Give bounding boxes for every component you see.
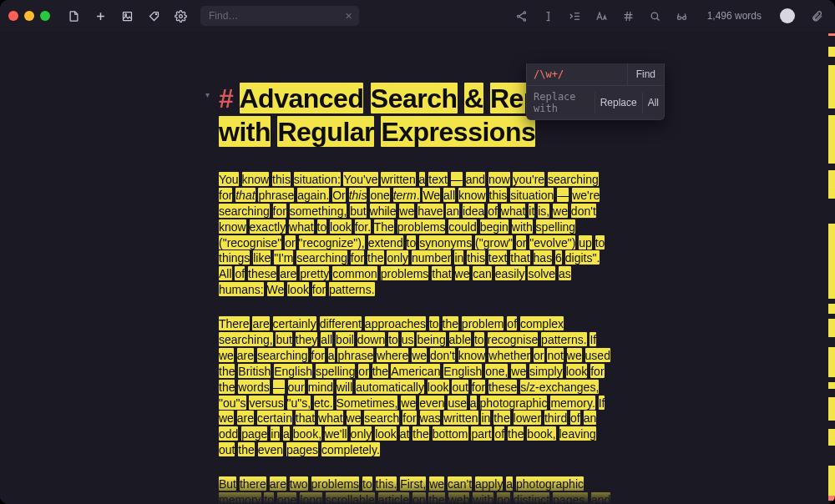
highlighted-word: — [451, 172, 463, 186]
highlighted-word: like [253, 250, 271, 265]
replace-all-button[interactable]: All [642, 92, 664, 113]
find-pattern-input[interactable]: /\w+/ [527, 63, 627, 85]
highlighted-word: we [399, 204, 414, 218]
highlighted-word: to [429, 316, 439, 330]
user-avatar[interactable] [780, 8, 795, 23]
highlighted-word: look [287, 282, 309, 296]
highlighted-word: written [381, 172, 415, 186]
replace-input[interactable]: Replace with [527, 86, 595, 119]
highlighted-word: whether [488, 348, 530, 362]
highlighted-word: term. [393, 188, 420, 202]
svg-line-16 [626, 11, 627, 20]
text-cursor-icon[interactable] [539, 6, 559, 26]
highlighted-word: the [238, 442, 254, 456]
highlighted-word: to [388, 332, 398, 346]
highlighted-word: or [516, 235, 526, 249]
highlighted-word: only [351, 426, 372, 441]
highlighted-word: the [219, 364, 235, 378]
global-search[interactable]: ✕ [200, 6, 359, 26]
highlighted-word: one, [485, 364, 508, 378]
scroll-hit [828, 304, 835, 314]
highlighted-word: look [428, 380, 449, 394]
highlighted-word: If [590, 332, 596, 346]
highlighted-word: two [290, 476, 308, 491]
scroll-hit [828, 33, 835, 36]
maximize-window-button[interactable] [40, 11, 50, 21]
highlighted-word: a [470, 396, 477, 410]
highlighted-word: to [264, 492, 274, 504]
highlighted-word: "recognize"), [299, 235, 365, 249]
highlighted-word: used [585, 348, 610, 362]
highlighted-word: words [238, 380, 269, 394]
highlighted-word: out [219, 442, 235, 456]
tag-icon[interactable] [144, 6, 164, 26]
highlighted-word: searching [219, 204, 270, 218]
replace-button[interactable]: Replace [595, 92, 642, 113]
grid-icon[interactable] [619, 6, 639, 26]
highlighted-word: we [412, 348, 427, 362]
highlighted-word: apply [475, 476, 503, 491]
highlighted-word: again. [297, 188, 329, 202]
highlighted-word: of [488, 204, 498, 218]
window-controls [8, 11, 50, 21]
highlighted-word: pages [286, 442, 318, 456]
highlighted-word: "evolve") [529, 235, 575, 249]
highlighted-word: written [443, 411, 478, 425]
highlighted-word: English [274, 364, 312, 378]
highlighted-word: of [570, 411, 580, 425]
highlighted-word: photographic [480, 396, 548, 410]
indent-icon[interactable] [565, 6, 585, 26]
attachment-icon[interactable] [807, 6, 827, 26]
highlighted-word: these [248, 266, 276, 280]
minimize-window-button[interactable] [24, 11, 34, 21]
highlighted-word: we [511, 364, 526, 378]
highlighted-word: no [497, 492, 510, 504]
highlighted-word: or [534, 348, 544, 362]
close-window-button[interactable] [8, 11, 18, 21]
highlighted-word: problems [381, 266, 429, 280]
highlighted-word: we're [572, 188, 600, 202]
highlighted-word: there [240, 476, 266, 491]
highlighted-word: don't [571, 204, 596, 218]
glasses-icon[interactable] [672, 6, 692, 26]
global-search-input[interactable] [207, 9, 338, 23]
highlighted-word: We [423, 188, 440, 202]
highlighted-word: searching, [219, 332, 273, 346]
font-size-icon[interactable] [592, 6, 612, 26]
highlighted-word: what [318, 411, 343, 425]
highlighted-word: while [370, 204, 397, 218]
highlighted-word: search [364, 411, 399, 425]
highlighted-word: a [283, 426, 290, 441]
highlighted-word: we [567, 348, 582, 362]
clear-search-icon[interactable]: ✕ [345, 11, 352, 22]
highlighted-word: scrollable [326, 492, 375, 504]
image-icon[interactable] [117, 6, 137, 26]
find-button[interactable]: Find [627, 63, 664, 85]
highlighted-word: not [547, 348, 563, 362]
highlighted-word: of [235, 266, 245, 280]
highlighted-word: what [501, 204, 526, 218]
highlighted-word: simply [529, 364, 563, 378]
highlighted-word: web [448, 492, 470, 504]
highlighted-word: we [219, 411, 234, 425]
document-icon[interactable] [63, 6, 84, 26]
search-icon[interactable] [645, 6, 665, 26]
title-word: Advanced [240, 83, 364, 113]
share-icon[interactable] [512, 6, 532, 26]
scrollbar-matches[interactable] [828, 32, 835, 504]
highlighted-word: boil [336, 332, 354, 346]
add-icon[interactable] [90, 6, 110, 26]
svg-point-4 [155, 13, 156, 14]
highlighted-word: You [219, 172, 239, 186]
highlighted-word: We [267, 282, 285, 296]
highlighted-word: don't [430, 348, 455, 362]
settings-icon[interactable] [170, 6, 190, 26]
highlighted-word: Or [332, 188, 346, 202]
highlighted-word: complex [520, 316, 564, 330]
highlighted-word: was [420, 411, 441, 425]
highlighted-word: common [332, 266, 377, 280]
highlighted-word: we [401, 396, 416, 410]
highlighted-word: Sometimes, [337, 396, 398, 410]
highlighted-word: searching [296, 250, 347, 265]
document-content[interactable]: ▾ # Advanced Search & Replace with Regul… [219, 82, 611, 504]
